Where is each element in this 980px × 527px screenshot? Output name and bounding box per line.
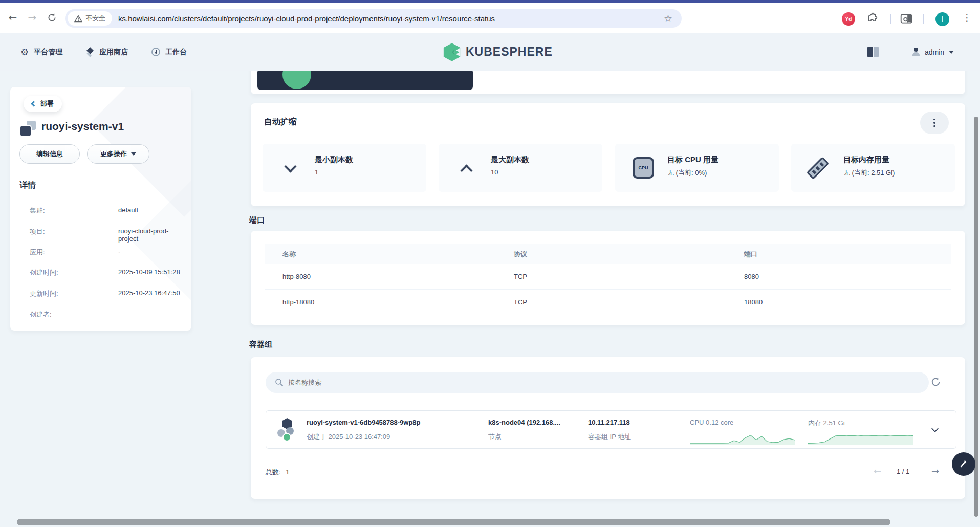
- more-actions-label: 更多操作: [100, 149, 127, 159]
- pods-total-value: 1: [286, 468, 289, 476]
- extensions-puzzle-icon[interactable]: [866, 12, 879, 25]
- browser-profile-avatar[interactable]: l: [935, 12, 949, 26]
- user-menu[interactable]: admin: [912, 33, 954, 71]
- detail-value: 2025-10-23 16:47:50: [118, 289, 180, 297]
- page-next-button[interactable]: →: [931, 466, 939, 476]
- nav-label: 平台管理: [34, 48, 62, 57]
- detail-label: 创建时间:: [30, 269, 58, 276]
- detail-value: 2025-10-09 15:51:28: [118, 268, 180, 276]
- target-cpu-title: 目标 CPU 用量: [667, 155, 718, 165]
- user-icon: [912, 48, 920, 56]
- ports-table-header: 名称 协议 端口: [265, 244, 951, 264]
- search-input[interactable]: [288, 379, 851, 386]
- page-prev-button[interactable]: ←: [874, 466, 881, 476]
- username: admin: [925, 48, 944, 56]
- browser-menu-kebab-icon[interactable]: ⋮: [962, 12, 972, 23]
- pods-total: 总数: 1: [266, 468, 289, 477]
- browser-forward-button[interactable]: →: [24, 9, 41, 26]
- detail-row-created: 创建时间: 2025-10-09 15:51:28: [30, 268, 183, 277]
- autoscaling-title: 自动扩缩: [264, 117, 297, 127]
- port-protocol: TCP: [514, 298, 527, 306]
- refresh-icon[interactable]: [930, 377, 941, 387]
- pod-mem-label: 内存 2.51 Gi: [808, 419, 845, 428]
- toolbar-divider: [923, 14, 924, 24]
- edit-info-label: 编辑信息: [36, 149, 63, 159]
- target-cpu-tile: CPU 目标 CPU 用量 无 (当前: 0%): [615, 144, 779, 192]
- pod-expand-chevron-icon[interactable]: [931, 425, 939, 432]
- port-name: http-8080: [282, 273, 311, 280]
- port-number: 8080: [744, 273, 759, 280]
- detail-label: 项目:: [30, 228, 45, 235]
- mem-sparkline: [808, 432, 913, 445]
- tab-search-panel-icon[interactable]: [900, 12, 913, 26]
- browser-reload-button[interactable]: [43, 9, 60, 26]
- pods-section-title: 容器组: [249, 340, 272, 349]
- page-indicator: 1 / 1: [897, 468, 909, 475]
- pod-node: k8s-node04 (192.168....: [488, 419, 560, 426]
- assistant-floating-button[interactable]: [952, 452, 975, 476]
- reload-icon: [47, 13, 57, 23]
- nav-label: 工作台: [165, 48, 187, 57]
- detail-label: 应用:: [30, 248, 45, 256]
- port-number: 18080: [744, 298, 763, 306]
- horizontal-scrollbar-thumb[interactable]: [17, 519, 890, 525]
- chevron-up-icon: [460, 164, 472, 177]
- pod-node-label: 节点: [488, 432, 502, 442]
- app-header: ⚙ 平台管理 应用商店 工作台: [0, 33, 980, 71]
- pod-created: 创建于 2025-10-23 16:47:09: [307, 432, 390, 442]
- detail-label: 集群:: [30, 207, 45, 214]
- extension-yd-icon[interactable]: Yd: [842, 12, 855, 26]
- kubesphere-logo-icon: [443, 42, 461, 62]
- extension-badge: Yd: [845, 16, 852, 22]
- sidebar: 部署 ruoyi-system-v1 编辑信息 更多操作 详情 集群: defa…: [10, 87, 191, 331]
- min-replicas-tile: 最小副本数 1: [263, 144, 426, 192]
- ports-col-port: 端口: [744, 250, 757, 259]
- pod-list-item[interactable]: ruoyi-system-v1-6db9458788-9wp8p 创建于 202…: [266, 410, 956, 449]
- pod-ip-label: 容器组 IP 地址: [588, 432, 631, 442]
- more-actions-button[interactable]: 更多操作: [87, 144, 149, 164]
- chevron-down-icon: [284, 160, 296, 172]
- autoscaling-more-button[interactable]: [920, 112, 949, 134]
- security-label: 不安全: [85, 14, 105, 23]
- edit-info-button[interactable]: 编辑信息: [19, 144, 80, 164]
- url-text: ks.howlaisi.com/clusters/default/project…: [118, 14, 495, 23]
- caret-down-icon: [131, 152, 136, 156]
- address-bar[interactable]: 不安全 ks.howlaisi.com/clusters/default/pro…: [65, 9, 682, 28]
- max-replicas-value: 10: [491, 168, 498, 176]
- nav-app-store[interactable]: 应用商店: [86, 48, 128, 57]
- pod-ip: 10.11.217.118: [588, 419, 630, 426]
- detail-row-app: 应用: -: [30, 248, 183, 257]
- browser-toolbar: ← → 不安全 ks.howlaisi.com/clusters/default…: [0, 3, 980, 33]
- nav-workbench[interactable]: 工作台: [151, 48, 187, 57]
- browser-back-button[interactable]: ←: [4, 9, 21, 26]
- pod-cpu-label: CPU 0.12 core: [690, 419, 733, 426]
- screen: 自动扩缩 最小副本数 1 最大副本数 10 CPU 目标 CPU 用量 无 (当…: [0, 0, 980, 527]
- pod-status-dot: [284, 434, 290, 441]
- cpu-sparkline: [690, 432, 795, 445]
- divider: [10, 169, 191, 169]
- bookmark-star-icon[interactable]: ☆: [664, 13, 672, 24]
- detail-row-cluster: 集群: default: [30, 206, 183, 215]
- detail-value: default: [118, 206, 138, 214]
- nav-platform-management[interactable]: ⚙ 平台管理: [20, 47, 62, 57]
- cpu-icon: CPU: [633, 157, 654, 179]
- table-row: http-18080 TCP 18080: [265, 290, 951, 315]
- pod-name[interactable]: ruoyi-system-v1-6db9458788-9wp8p: [307, 419, 421, 426]
- detail-row-updated: 更新时间: 2025-10-23 16:47:50: [30, 289, 183, 298]
- kubesphere-logo-text: KUBESPHERE: [466, 45, 553, 59]
- kubesphere-logo[interactable]: KUBESPHERE: [443, 33, 553, 71]
- ports-card: 名称 协议 端口 http-8080 TCP 8080 http-18080 T…: [251, 231, 965, 325]
- target-memory-title: 目标内存用量: [843, 155, 889, 165]
- vertical-scrollbar-thumb[interactable]: [974, 117, 978, 517]
- site-security-chip[interactable]: 不安全: [68, 11, 112, 26]
- port-protocol: TCP: [514, 273, 527, 280]
- caret-down-icon: [949, 51, 954, 54]
- notifications-icon[interactable]: [867, 47, 880, 57]
- back-to-deployments-button[interactable]: 部署: [24, 96, 62, 112]
- pod-search-input[interactable]: [266, 372, 929, 393]
- detail-label: 创建者:: [30, 311, 52, 318]
- back-label: 部署: [40, 99, 54, 108]
- detail-row-project: 项目: ruoyi-cloud-prod-project: [30, 227, 183, 236]
- pod-icon: [276, 418, 298, 443]
- assistant-icon: [959, 459, 969, 469]
